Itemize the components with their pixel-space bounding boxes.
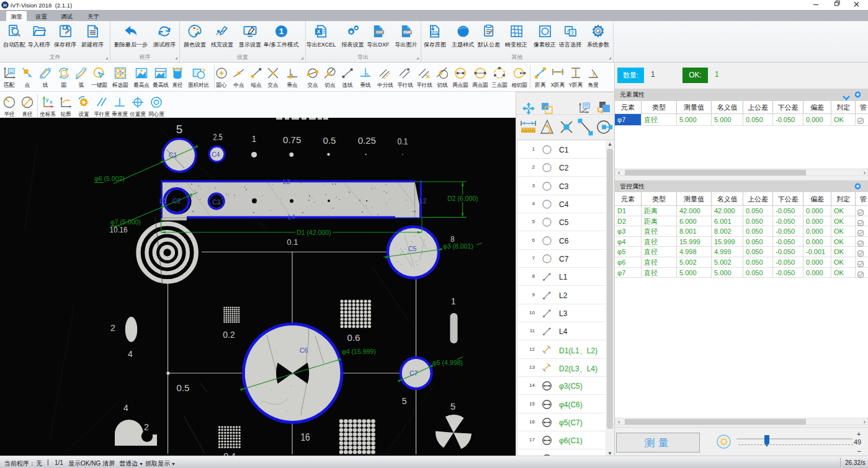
svg-text:0.5: 0.5 — [177, 382, 190, 393]
svg-text:L1: L1 — [159, 197, 167, 205]
svg-text:1: 1 — [451, 296, 456, 306]
svg-text:4: 4 — [128, 349, 133, 359]
svg-text:φ5 (4.998): φ5 (4.998) — [432, 359, 463, 366]
svg-text:0.4: 0.4 — [223, 451, 236, 456]
svg-text:L2: L2 — [419, 197, 427, 205]
svg-text:C5: C5 — [408, 245, 417, 252]
svg-text:0.2: 0.2 — [223, 330, 235, 340]
svg-text:2: 2 — [144, 422, 149, 432]
svg-text:5: 5 — [402, 396, 407, 406]
svg-text:0.5: 0.5 — [323, 135, 336, 146]
svg-text:0.1: 0.1 — [397, 136, 408, 146]
svg-text:H: H — [3, 2, 6, 8]
svg-text:D1 (42.000): D1 (42.000) — [297, 229, 331, 236]
svg-text:BMP: BMP — [404, 30, 412, 33]
svg-text:5: 5 — [450, 401, 455, 412]
svg-text:L3: L3 — [283, 178, 290, 185]
svg-text:C7: C7 — [409, 369, 418, 377]
svg-text:5: 5 — [176, 123, 183, 136]
svg-text:L4: L4 — [288, 213, 295, 221]
svg-text:C4: C4 — [212, 151, 220, 158]
svg-text:2.5: 2.5 — [213, 132, 223, 142]
svg-text:φ7 (5.000): φ7 (5.000) — [110, 218, 141, 226]
svg-text:BMP: BMP — [431, 31, 438, 35]
svg-text:1: 1 — [279, 27, 284, 36]
svg-text:DXF: DXF — [376, 30, 383, 33]
svg-text:0.6: 0.6 — [347, 332, 360, 343]
svg-text:2: 2 — [110, 323, 115, 333]
svg-text:φ6 (5.002): φ6 (5.002) — [94, 175, 125, 182]
svg-text:1: 1 — [252, 134, 257, 144]
svg-text:φ4 (15.999): φ4 (15.999) — [342, 348, 376, 355]
svg-text:D2 (6.000): D2 (6.000) — [447, 195, 478, 202]
svg-text:X: X — [317, 29, 321, 35]
svg-text:8: 8 — [450, 235, 455, 244]
svg-text:φ3 (8.001): φ3 (8.001) — [443, 242, 473, 250]
svg-text:4: 4 — [123, 403, 128, 413]
svg-text:C2: C2 — [172, 197, 181, 205]
svg-text:16: 16 — [301, 432, 310, 443]
svg-text:C1: C1 — [169, 151, 177, 159]
svg-text:0.1: 0.1 — [287, 237, 298, 247]
svg-text:C3: C3 — [212, 198, 221, 206]
svg-text:0.25: 0.25 — [358, 135, 376, 146]
svg-text:C6: C6 — [300, 347, 308, 354]
svg-text:10.16: 10.16 — [110, 225, 128, 234]
svg-text:文: 文 — [570, 30, 575, 36]
svg-text:0.75: 0.75 — [283, 135, 301, 145]
